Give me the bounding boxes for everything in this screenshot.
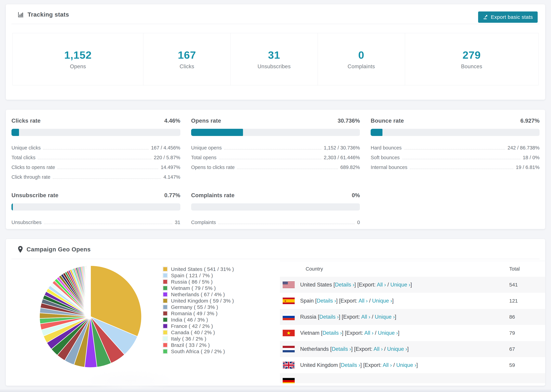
flag-nl-icon <box>283 346 295 352</box>
rate-row-label: Complaints <box>191 220 216 225</box>
dotted-leader <box>237 169 338 169</box>
details-link[interactable]: Details › <box>317 298 336 304</box>
legend-swatch <box>163 292 168 297</box>
rate-row-label: Internal bounces <box>371 165 407 170</box>
table-row: United Kingdom [Details ›] [Export: All … <box>280 357 545 373</box>
rate-rows: Unique opens1,152 / 30.736%Total opens2,… <box>191 142 360 172</box>
export-all-link[interactable]: All › <box>361 314 370 320</box>
page-bottom-edge <box>0 389 551 392</box>
rate-header: Complaints rate0% <box>191 192 360 199</box>
legend-label: Spain ( 121 / 7% ) <box>171 273 213 279</box>
legend-label: United Kingdom ( 59 / 3% ) <box>171 298 234 304</box>
legend-item: United Kingdom ( 59 / 3% ) <box>163 298 234 304</box>
campaign-geo-opens-card: Campaign Geo Opens United States ( 541 /… <box>6 239 545 386</box>
legend-swatch <box>163 311 168 316</box>
export-unique-link[interactable]: Unique › <box>396 362 416 368</box>
rate-row-value: 19 / 6.81% <box>516 165 540 170</box>
table-row: Netherlands [Details ›] [Export: All › /… <box>280 341 545 357</box>
details-link[interactable]: Details › <box>322 330 342 336</box>
geo-table-header: Country Total <box>280 261 545 277</box>
legend-swatch <box>163 286 168 291</box>
legend-swatch <box>163 267 168 272</box>
dotted-leader <box>38 159 151 159</box>
bracket: ] <box>407 346 409 352</box>
export-label: ] [Export: <box>342 330 364 336</box>
table-row: Russia [Details ›] [Export: All › / Uniq… <box>280 309 545 325</box>
legend-label: Russia ( 86 / 5% ) <box>171 279 213 285</box>
rate-value: 30.736% <box>338 118 360 124</box>
rate-row-label: Soft bounces <box>371 155 400 161</box>
export-unique-link[interactable]: Unique › <box>387 346 407 352</box>
legend-item: Brazil ( 33 / 2% ) <box>163 342 234 348</box>
rate-rows: Hard bounces242 / 86.738%Soft bounces18 … <box>371 142 540 172</box>
rate-row-label: Total clicks <box>11 155 35 161</box>
rate-row: Click through rate4.147% <box>11 172 180 182</box>
stat-label: Complaints <box>347 63 375 70</box>
total-value: 67 <box>509 346 545 352</box>
rate-row-label: Total opens <box>191 155 216 161</box>
rate-header: Unsubscribe rate0.77% <box>11 192 180 199</box>
table-row: Spain [Details ›] [Export: All › / Uniqu… <box>280 293 545 309</box>
rate-row-value: 31 <box>175 220 180 225</box>
country-cell: United Kingdom [Details ›] [Export: All … <box>300 362 509 368</box>
legend-label: Romania ( 49 / 3% ) <box>171 311 218 316</box>
dotted-leader <box>218 224 355 224</box>
export-all-link[interactable]: All › <box>359 298 367 304</box>
country-cell: Russia [Details ›] [Export: All › / Uniq… <box>300 314 509 320</box>
rates-card: Clicks rate4.46%Unique clicks167 / 4.456… <box>6 109 545 229</box>
legend-item: Germany ( 55 / 3% ) <box>163 304 234 310</box>
export-all-link[interactable]: All › <box>374 346 383 352</box>
rates-grid: Clicks rate4.46%Unique clicks167 / 4.456… <box>6 110 545 230</box>
export-button-label: Export basic stats <box>491 14 533 20</box>
rate-row-value: 0 <box>357 220 360 225</box>
rate-progress-fill <box>11 129 19 136</box>
export-all-link[interactable]: All › <box>383 362 392 368</box>
rate-row: Total opens2,303 / 61.446% <box>191 152 360 162</box>
country-cell: Spain [Details ›] [Export: All › / Uniqu… <box>300 298 509 304</box>
dotted-leader <box>53 178 161 179</box>
rate-row: Unsubscribes31 <box>11 217 180 227</box>
rate-row: Unique opens1,152 / 30.736% <box>191 142 360 152</box>
rate-row-label: Click through rate <box>11 174 50 180</box>
flag-ru-icon <box>283 314 295 320</box>
stat-label: Clicks <box>180 63 194 70</box>
details-link[interactable]: Details › <box>335 282 354 288</box>
legend-item: United States ( 541 / 31% ) <box>163 266 234 272</box>
dotted-leader <box>410 169 514 169</box>
details-link[interactable]: Details › <box>341 362 360 368</box>
export-all-link[interactable]: All › <box>377 282 386 288</box>
export-unique-link[interactable]: Unique › <box>390 282 410 288</box>
slash: / <box>386 282 390 288</box>
legend-item: Spain ( 121 / 7% ) <box>163 272 234 279</box>
legend-swatch <box>163 317 168 322</box>
export-unique-link[interactable]: Unique › <box>378 330 398 336</box>
legend-label: Germany ( 55 / 3% ) <box>171 304 218 310</box>
stat-value: 1,152 <box>64 49 92 61</box>
dotted-leader <box>44 224 172 224</box>
legend-item: Vietnam ( 79 / 5% ) <box>163 285 234 291</box>
stat-label: Unsubscribes <box>258 63 291 70</box>
geo-title: Campaign Geo Opens <box>27 246 91 253</box>
rate-row-label: Hard bounces <box>371 145 402 151</box>
legend-swatch <box>163 273 168 278</box>
table-row: Vietnam [Details ›] [Export: All › / Uni… <box>280 325 545 341</box>
rate-header: Clicks rate4.46% <box>11 118 180 124</box>
details-link[interactable]: Details › <box>332 346 351 352</box>
export-all-link[interactable]: All › <box>364 330 373 336</box>
rate-value: 4.46% <box>164 118 180 124</box>
slash: / <box>370 314 375 320</box>
total-value: 59 <box>509 362 545 368</box>
details-link[interactable]: Details › <box>319 314 339 320</box>
export-unique-link[interactable]: Unique › <box>375 314 395 320</box>
export-unique-link[interactable]: Unique › <box>372 298 392 304</box>
tracking-stats-title: Tracking stats <box>28 11 69 18</box>
legend-item: South Africa ( 29 / 2% ) <box>163 348 234 355</box>
rate-title: Clicks rate <box>11 118 41 124</box>
legend-label: India ( 46 / 3% ) <box>171 317 208 323</box>
stats-box: 1,152Opens167Clicks31Unsubscribes0Compla… <box>13 33 538 85</box>
country-name: United Kingdom <box>300 362 339 368</box>
rate-block-unsubscribe-rate: Unsubscribe rate0.77%Unsubscribes31 <box>11 192 180 227</box>
export-basic-stats-button[interactable]: Export basic stats <box>478 11 538 23</box>
stat-value: 0 <box>358 49 364 61</box>
rate-row: Clicks to opens rate14.497% <box>11 162 180 172</box>
